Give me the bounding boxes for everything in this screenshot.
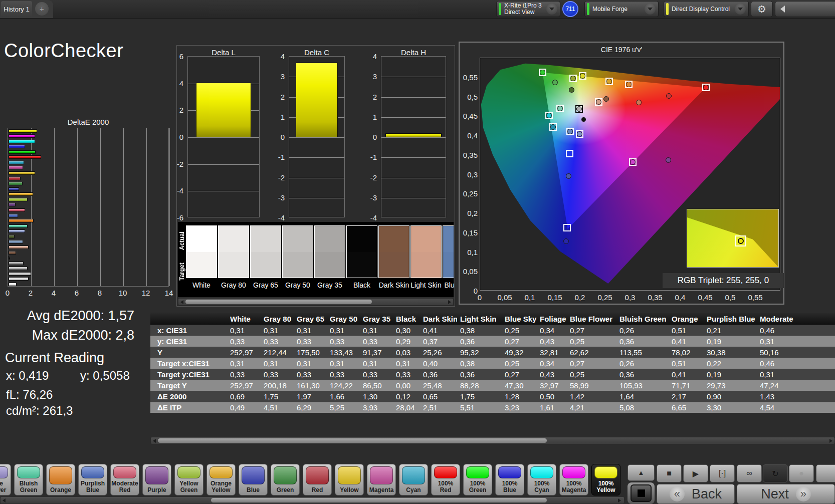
cie-y-tick: 0,2 [460, 209, 478, 217]
table-cell: 0,37 [423, 336, 457, 347]
gridline [381, 117, 446, 118]
patch-button-100-green[interactable]: 100%Green [463, 464, 492, 495]
de2000-bar-purple [9, 203, 16, 206]
delta-h-chart [381, 56, 446, 217]
table-cell: 0,29 [396, 336, 420, 347]
table-cell: 0,31 [330, 358, 360, 369]
pattern-window-button[interactable] [628, 482, 655, 504]
patch-button-100-blue[interactable]: 100%Blue [495, 464, 524, 495]
patch-button-yellow-green[interactable]: YellowGreen [174, 464, 203, 495]
display-dropdown[interactable]: Direct Display Control [664, 1, 749, 17]
table-cell: 3,30 [707, 402, 757, 413]
table-cell: 0,38 [460, 325, 502, 336]
table-cell: 212,44 [264, 347, 294, 358]
de2000-bar-cyan [9, 161, 24, 164]
y-tick-label: 2 [361, 92, 377, 101]
patch-color-chip [113, 466, 136, 478]
scrollbar-thumb[interactable] [158, 438, 547, 443]
cie-x-tick: 0,25 [597, 293, 612, 302]
patch-button-purple[interactable]: Purple [142, 464, 171, 495]
next-button[interactable]: Next » [737, 484, 835, 504]
y-tick-label: 2 [269, 92, 285, 101]
patch-button-cyan[interactable]: Cyan [399, 464, 428, 495]
swatch-gray-80 [218, 225, 249, 278]
patch-button-purplish-blue[interactable]: PurplishBlue [78, 464, 107, 495]
partial-button[interactable] [816, 464, 835, 482]
patch-button-orange[interactable]: Orange [46, 464, 75, 495]
scroll-left-icon[interactable] [3, 498, 6, 502]
y-tick-label: 0 [269, 133, 285, 141]
table-cell: 49,32 [505, 347, 537, 358]
x-tick-label: 6 [75, 289, 79, 297]
scrollbar-thumb[interactable] [211, 498, 547, 502]
measured-circle [557, 106, 563, 111]
delta-c-title: Delta C [289, 48, 345, 57]
patch-button-magenta[interactable]: Magenta [367, 464, 396, 495]
settings-button[interactable]: ⚙ [751, 1, 773, 17]
table-cell: 0,19 [707, 336, 757, 347]
de2000-bar-100-red [9, 155, 41, 159]
measured-circle [666, 93, 672, 99]
table-scrollbar[interactable] [150, 437, 835, 444]
patch-button-100-cyan[interactable]: 100%Cyan [527, 464, 556, 495]
patch-button-red[interactable]: Red [303, 464, 332, 495]
table-cell: 0,27 [505, 369, 537, 380]
record-button[interactable]: ● [789, 464, 814, 482]
swatch-gray-50 [282, 225, 313, 278]
deltae2000-chart-title: DeltaE 2000 [8, 118, 169, 126]
patch-button-green[interactable]: Green [271, 464, 300, 495]
table-cell: 0,33 [230, 336, 261, 347]
patch-label: 100%Red [432, 480, 460, 493]
measured-dot [581, 117, 586, 122]
table-cell: 0,40 [423, 358, 457, 369]
column-header-white: White [230, 313, 261, 325]
measured-circle [666, 157, 671, 163]
table-cell: 113,55 [619, 347, 669, 358]
source-dropdown[interactable]: Mobile Forge [584, 1, 659, 17]
collapse-panel-button[interactable] [775, 1, 835, 17]
patch-button-moderate-red[interactable]: ModerateRed [110, 464, 139, 495]
de2000-bar-magenta [9, 166, 23, 169]
table-cell: 0,25 [505, 325, 537, 336]
refresh-button[interactable]: ↻ [763, 464, 788, 482]
patch-button-yellow[interactable]: Yellow [335, 464, 364, 495]
scroll-left-icon[interactable] [153, 439, 156, 443]
current-reading-y: y: 0,5058 [80, 369, 130, 383]
gridline [188, 137, 259, 138]
stop-button[interactable]: ■ [657, 464, 682, 482]
patch-button-bluish-green[interactable]: BluishGreen [14, 464, 43, 495]
measured-circle [576, 106, 582, 112]
patch-button-100-magenta[interactable]: 100%Magenta [559, 464, 588, 495]
meter-dropdown[interactable]: X-Rite i1Pro 3Direct View [496, 1, 560, 17]
cie-x-tick: 0,3 [625, 293, 636, 302]
scroll-left-icon[interactable] [180, 300, 183, 304]
patch-list-scrollbar[interactable] [0, 496, 624, 504]
patch-button-100-yellow[interactable]: 100%Yellow [591, 464, 620, 495]
patch-color-chip [594, 466, 617, 478]
scroll-up-button[interactable]: ▲ [628, 464, 655, 481]
patch-button-100-red[interactable]: 100%Red [431, 464, 460, 495]
meter-status-indicator [499, 3, 501, 15]
table-cell: 71,71 [672, 380, 704, 391]
loop-button[interactable]: ∞ [737, 464, 762, 482]
de2000-bar-orange [9, 219, 34, 222]
scroll-right-icon[interactable] [448, 300, 451, 304]
pattern-window-button[interactable]: [·] [710, 464, 735, 482]
tab-history-1[interactable]: History 1 [1, 1, 32, 17]
patch-label: YellowGreen [175, 480, 203, 493]
display-status-indicator [666, 3, 669, 15]
patch-color-chip [0, 466, 8, 478]
table-cell: 1,64 [619, 391, 669, 402]
scroll-right-icon[interactable] [618, 498, 621, 502]
scrollbar-thumb[interactable] [185, 300, 372, 304]
play-button[interactable]: ▶ [683, 464, 708, 482]
patch-button-orange-yellow[interactable]: OrangeYellow [206, 464, 236, 495]
patch-button-blue[interactable]: Blue [239, 464, 268, 495]
scroll-right-icon[interactable] [829, 439, 832, 443]
swatch-strip-scrollbar[interactable] [178, 298, 454, 306]
table-cell: 0,31 [363, 358, 393, 369]
back-button[interactable]: « Back [657, 484, 735, 504]
delta-l-title: Delta L [187, 48, 260, 57]
patch-button-blue-flower[interactable]: BlueFlower [0, 464, 11, 495]
add-tab-button[interactable]: + [35, 2, 49, 16]
